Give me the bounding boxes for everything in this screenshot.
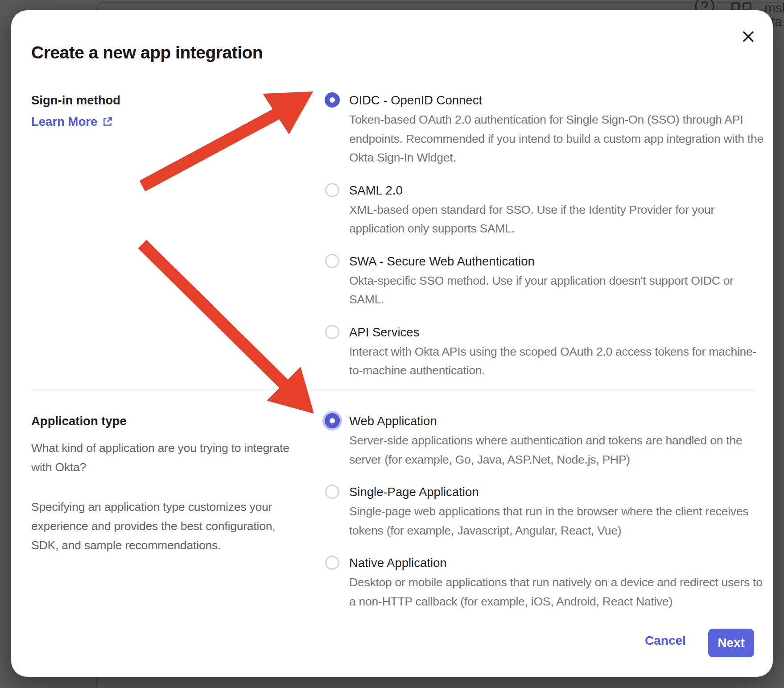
radio-option-api-services[interactable]: API Services Interact with Okta APIs usi… [325, 323, 759, 380]
application-type-description-2: Specifying an application type customize… [31, 497, 304, 555]
cancel-button[interactable]: Cancel [645, 634, 686, 648]
option-label: Native Application [349, 553, 764, 572]
option-label: SWA - Secure Web Authentication [349, 252, 764, 271]
application-type-description-1: What kind of application are you trying … [31, 439, 304, 477]
option-description: Interact with Okta APIs using the scoped… [349, 342, 764, 380]
close-button[interactable] [740, 28, 757, 45]
dialog-title: Create a new app integration [31, 43, 263, 62]
option-label: Single-Page Application [349, 482, 764, 501]
radio-option-native-application[interactable]: Native Application Desktop or mobile app… [325, 553, 759, 611]
radio-unselected-icon[interactable] [325, 325, 339, 339]
radio-unselected-icon[interactable] [325, 254, 339, 268]
option-label: API Services [349, 323, 764, 342]
option-label: OIDC - OpenID Connect [349, 91, 764, 110]
external-link-icon [102, 116, 113, 128]
radio-selected-icon[interactable] [325, 92, 340, 108]
option-description: Server-side applications where authentic… [349, 431, 764, 469]
learn-more-link[interactable]: Learn More [31, 115, 120, 129]
application-type-label: Application type [31, 411, 304, 431]
radio-option-saml[interactable]: SAML 2.0 XML-based open standard for SSO… [325, 181, 759, 238]
close-icon [740, 28, 757, 45]
application-type-options: Web Application Server-side applications… [325, 411, 759, 624]
section-divider [31, 390, 755, 390]
option-label: SAML 2.0 [349, 181, 764, 200]
radio-selected-icon[interactable] [325, 413, 340, 428]
option-label: Web Application [349, 411, 764, 431]
radio-unselected-icon[interactable] [325, 485, 339, 499]
create-app-integration-dialog: Create a new app integration Sign-in met… [11, 10, 773, 677]
radio-option-swa[interactable]: SWA - Secure Web Authentication Okta-spe… [325, 252, 759, 309]
sign-in-method-options: OIDC - OpenID Connect Token-based OAuth … [325, 91, 759, 394]
option-description: Desktop or mobile applications that run … [349, 573, 764, 611]
sign-in-method-label: Sign-in method [31, 91, 120, 110]
radio-option-single-page-application[interactable]: Single-Page Application Single-page web … [325, 482, 759, 540]
option-description: Single-page web applications that run in… [349, 502, 764, 540]
account-text-line1: msh [764, 1, 784, 15]
option-description: Token-based OAuth 2.0 authentication for… [349, 110, 764, 167]
learn-more-label: Learn More [31, 115, 97, 129]
next-button[interactable]: Next [708, 629, 754, 657]
radio-unselected-icon[interactable] [325, 183, 339, 197]
radio-option-oidc[interactable]: OIDC - OpenID Connect Token-based OAuth … [325, 91, 759, 167]
radio-option-web-application[interactable]: Web Application Server-side applications… [325, 411, 759, 469]
radio-unselected-icon[interactable] [325, 555, 339, 570]
option-description: XML-based open standard for SSO. Use if … [349, 200, 764, 238]
screen: msh kta Create a new app integration Sig… [0, 0, 784, 688]
option-description: Okta-specific SSO method. Use if your ap… [349, 271, 764, 309]
